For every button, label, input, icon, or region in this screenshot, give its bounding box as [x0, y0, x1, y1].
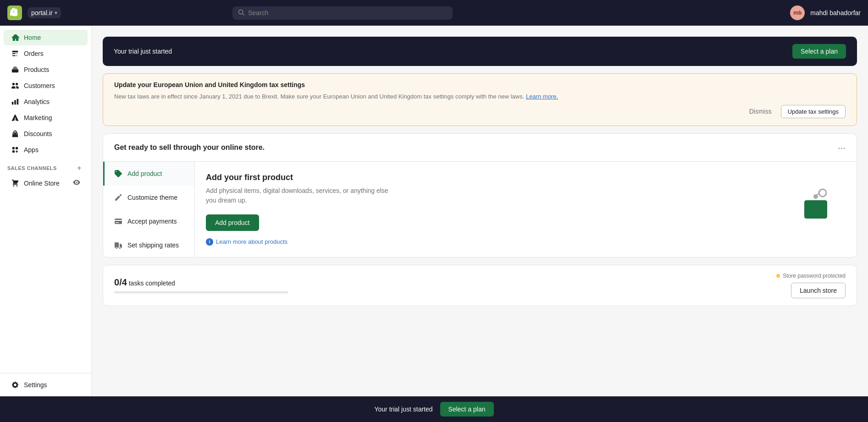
customers-icon — [11, 82, 19, 90]
orders-icon — [11, 49, 19, 58]
search-area — [232, 6, 453, 20]
learn-more-link[interactable]: Learn more. — [526, 93, 558, 100]
setup-steps: Add product Customize theme — [103, 162, 195, 257]
setup-card-title: Get ready to sell through your online st… — [114, 143, 265, 152]
online-store-label: Online Store — [24, 180, 60, 187]
sales-channels-section: SALES CHANNELS + — [0, 158, 91, 175]
tax-notice-actions: Dismiss Update tax settings — [114, 105, 846, 118]
setup-detail-desc: Add physical items, digital downloads, s… — [206, 186, 389, 205]
sidebar-item-customers-label: Customers — [24, 82, 55, 89]
step-add-product-label: Add product — [127, 170, 162, 177]
learn-more-about-products-link[interactable]: i Learn more about products — [206, 238, 389, 246]
svg-point-2 — [819, 189, 826, 197]
status-dot — [776, 274, 780, 278]
sidebar-bottom: Settings — [0, 373, 91, 396]
sidebar-item-marketing[interactable]: Marketing — [4, 110, 88, 126]
tasks-label-text: tasks completed — [129, 280, 175, 287]
shipping-icon — [114, 241, 123, 250]
sidebar-item-orders[interactable]: Orders — [4, 46, 88, 61]
trial-banner: Your trial just started Select a plan — [103, 37, 857, 66]
logo-area — [7, 5, 22, 20]
step-add-product[interactable]: Add product — [103, 162, 194, 186]
eye-icon[interactable] — [73, 179, 80, 188]
sidebar-item-orders-label: Orders — [24, 50, 44, 57]
sidebar: Home Orders Products Cu — [0, 26, 92, 396]
tax-notice-body: New tax laws are in effect since January… — [114, 92, 846, 101]
dismiss-button[interactable]: Dismiss — [744, 105, 777, 118]
more-options-button[interactable]: ··· — [838, 143, 846, 152]
tax-notice-title: Update your European Union and United Ki… — [114, 81, 846, 88]
discounts-icon — [11, 130, 19, 138]
search-icon — [238, 9, 244, 17]
chevron-down-icon: ▾ — [55, 10, 57, 16]
trial-banner-text: Your trial just started — [114, 48, 172, 55]
sales-channels-label: SALES CHANNELS — [7, 165, 57, 171]
store-status: Store password protected Launch store — [776, 273, 846, 298]
add-sales-channel-button[interactable]: + — [75, 164, 84, 173]
product-illustration — [786, 173, 846, 232]
setup-detail: Add your first product Add physical item… — [195, 162, 857, 257]
shopify-logo-icon — [7, 5, 22, 20]
sidebar-item-apps-label: Apps — [24, 146, 39, 153]
sidebar-item-discounts-label: Discounts — [24, 130, 52, 137]
bottom-bar-text: Your trial just started — [374, 406, 432, 413]
progress-footer: 0/4 tasks completed Store password prote… — [103, 265, 857, 306]
online-store-icon — [11, 179, 19, 187]
app-body: Home Orders Products Cu — [0, 26, 868, 396]
sidebar-item-products-label: Products — [24, 66, 49, 73]
tasks-label: 0/4 tasks completed — [114, 277, 288, 288]
info-icon: i — [206, 238, 213, 246]
user-name: mahdi bahadorfar — [810, 9, 861, 16]
step-customize-theme-label: Customize theme — [127, 194, 177, 201]
tag-icon — [114, 169, 123, 178]
settings-label: Settings — [24, 381, 47, 389]
settings-icon — [11, 381, 19, 389]
sidebar-nav: Home Orders Products Cu — [0, 26, 91, 373]
apps-icon — [11, 146, 19, 154]
sidebar-item-home[interactable]: Home — [4, 30, 88, 45]
sidebar-item-apps[interactable]: Apps — [4, 142, 88, 158]
learn-more-label: Learn more about products — [216, 238, 287, 245]
customize-icon — [114, 193, 123, 202]
setup-card: Get ready to sell through your online st… — [103, 133, 857, 258]
analytics-icon — [11, 98, 19, 106]
step-set-shipping[interactable]: Set shipping rates — [103, 233, 194, 257]
password-badge-text: Store password protected — [783, 273, 846, 279]
tax-notice: Update your European Union and United Ki… — [103, 73, 857, 126]
sidebar-item-home-label: Home — [24, 34, 41, 41]
sidebar-item-settings[interactable]: Settings — [4, 377, 88, 393]
bottom-select-plan-button[interactable]: Select a plan — [440, 402, 494, 417]
sidebar-item-online-store[interactable]: Online Store — [4, 175, 88, 192]
sidebar-item-discounts[interactable]: Discounts — [4, 126, 88, 142]
setup-card-header: Get ready to sell through your online st… — [103, 134, 857, 162]
step-accept-payments[interactable]: Accept payments — [103, 209, 194, 233]
step-set-shipping-label: Set shipping rates — [127, 241, 179, 249]
sidebar-item-products[interactable]: Products — [4, 62, 88, 77]
step-accept-payments-label: Accept payments — [127, 218, 177, 225]
marketing-icon — [11, 114, 19, 122]
setup-card-body: Add product Customize theme — [103, 162, 857, 257]
tasks-completed: 0/4 — [114, 277, 127, 287]
update-tax-settings-button[interactable]: Update tax settings — [781, 105, 846, 118]
products-icon — [11, 66, 19, 74]
online-store-left: Online Store — [11, 179, 60, 187]
sidebar-item-analytics-label: Analytics — [24, 98, 50, 105]
select-plan-button[interactable]: Select a plan — [792, 44, 846, 59]
sidebar-item-analytics[interactable]: Analytics — [4, 94, 88, 110]
sidebar-item-customers[interactable]: Customers — [4, 78, 88, 93]
sidebar-item-marketing-label: Marketing — [24, 114, 52, 121]
progress-bar — [114, 291, 288, 293]
payments-icon — [114, 217, 123, 226]
search-box[interactable] — [232, 6, 453, 20]
bottom-bar: Your trial just started Select a plan — [0, 396, 868, 422]
store-name: portal.ir — [31, 9, 53, 16]
launch-store-button[interactable]: Launch store — [791, 283, 846, 298]
home-icon — [11, 33, 19, 42]
step-customize-theme[interactable]: Customize theme — [103, 186, 194, 209]
avatar: mb — [790, 5, 805, 20]
password-badge: Store password protected — [776, 273, 846, 279]
add-product-button[interactable]: Add product — [206, 214, 259, 231]
search-input[interactable] — [248, 9, 447, 16]
store-selector[interactable]: portal.ir ▾ — [28, 7, 61, 18]
svg-point-1 — [238, 10, 243, 14]
